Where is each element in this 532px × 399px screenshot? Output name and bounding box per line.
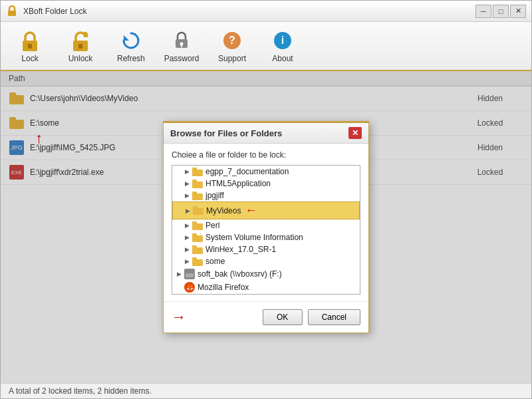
svg-rect-2 [28, 44, 32, 49]
tree-expander[interactable]: ▶ [183, 221, 191, 229]
svg-rect-13 [186, 273, 194, 277]
close-button[interactable]: ✕ [510, 5, 526, 18]
lock-button[interactable]: Lock [6, 25, 54, 67]
about-label: About [272, 54, 293, 63]
tree-folder-icon [192, 257, 203, 266]
unlock-button[interactable]: Unlock [57, 25, 104, 67]
tree-folder-icon [192, 192, 203, 200]
browse-dialog: Browse for Files or Folders ✕ Choiee a f… [163, 121, 369, 333]
unlock-icon [68, 29, 92, 53]
dialog-title-bar: Browse for Files or Folders ✕ [164, 123, 368, 144]
tree-item[interactable]: ▶ Perl [172, 219, 360, 231]
svg-text:?: ? [229, 35, 235, 46]
tree-item[interactable]: ▶ soft_bak (\\vboxsrv) (F:) [172, 267, 360, 281]
firefox-icon: 🦊 [184, 282, 195, 293]
app-icon [6, 5, 19, 18]
ok-button[interactable]: OK [263, 309, 303, 325]
myvideo-arrow: ← [245, 203, 257, 217]
svg-text:i: i [281, 35, 284, 46]
tree-expander[interactable]: ▶ [183, 180, 191, 188]
svg-marker-5 [124, 35, 129, 41]
status-bar: A total of 2 locked items, 2 hidden item… [1, 383, 531, 398]
window-title: XBoft Folder Lock [23, 7, 475, 16]
tree-folder-icon [192, 180, 203, 188]
modal-overlay: Browse for Files or Folders ✕ Choiee a f… [1, 71, 531, 383]
main-content: ↑ Path C:\Users\john\Videos\MyVideo Hidd… [1, 71, 531, 383]
dialog-close-button[interactable]: ✕ [348, 127, 362, 139]
file-tree[interactable]: ▶ egpp_7_documentation ▶ [172, 165, 360, 295]
tree-expander[interactable]: ▶ [175, 270, 183, 278]
tree-expander[interactable]: ▶ [184, 207, 192, 215]
tree-item[interactable]: ▶ egpp_7_documentation [172, 166, 360, 178]
password-button[interactable]: Password [158, 25, 205, 67]
dialog-body: Choiee a file or folder to be lock: ▶ eg… [164, 144, 368, 301]
tree-expander[interactable]: ▶ [183, 245, 191, 253]
svg-rect-14 [187, 271, 192, 273]
tree-item[interactable]: ▶ System Volume Information [172, 231, 360, 243]
tree-item-selected[interactable]: ▶ MyVideos ← [172, 201, 360, 219]
dialog-instruction: Choiee a file or folder to be lock: [172, 150, 360, 160]
title-bar: XBoft Folder Lock ─ □ ✕ [1, 1, 531, 22]
tree-folder-icon [193, 206, 203, 215]
tree-expander[interactable]: ▶ [183, 257, 191, 265]
password-icon [170, 29, 194, 53]
refresh-button[interactable]: Refresh [107, 25, 155, 67]
refresh-label: Refresh [117, 54, 145, 63]
refresh-icon [119, 29, 143, 53]
tree-item-label: MyVideos [206, 206, 241, 215]
tree-item[interactable]: ▶ X XSoft Data Recovery [172, 294, 360, 295]
minimize-button[interactable]: ─ [475, 5, 491, 18]
tree-item-label: System Volume Information [205, 233, 303, 242]
tree-item[interactable]: ▶ 🦊 Mozilla Firefox [172, 281, 360, 294]
window-controls: ─ □ ✕ [475, 5, 526, 18]
tree-item[interactable]: ▶ WinHex_17.0_SR-1 [172, 243, 360, 255]
svg-rect-0 [8, 11, 16, 16]
svg-rect-8 [181, 45, 182, 47]
tree-item-label: Perl [205, 221, 219, 230]
maximize-button[interactable]: □ [493, 5, 509, 18]
tree-expander[interactable]: ▶ [183, 168, 191, 176]
support-icon: ? [220, 29, 244, 53]
tree-item-label: soft_bak (\\vboxsrv) (F:) [198, 269, 282, 279]
tree-item-label: some [205, 257, 225, 266]
tree-item[interactable]: ▶ HTML5Application [172, 178, 360, 190]
tree-item-label: egpp_7_documentation [205, 167, 289, 176]
tree-folder-icon [192, 233, 203, 242]
tree-expander[interactable]: ▶ [183, 192, 191, 200]
tree-folder-icon [192, 245, 203, 254]
password-label: Password [164, 54, 200, 63]
dialog-footer: → OK Cancel [164, 301, 368, 332]
about-icon: i [271, 29, 295, 53]
lock-icon [18, 29, 42, 53]
tree-folder-icon [192, 221, 203, 230]
support-label: Support [218, 54, 246, 63]
tree-item-label: WinHex_17.0_SR-1 [205, 245, 276, 254]
unlock-label: Unlock [68, 54, 93, 63]
main-window: XBoft Folder Lock ─ □ ✕ Lock [0, 0, 532, 399]
tree-item-label: jpgjiff [205, 191, 224, 200]
tree-item-label: Mozilla Firefox [198, 283, 249, 292]
tree-folder-icon [192, 168, 203, 176]
toolbar: Lock Unlock Ref [1, 22, 531, 71]
svg-rect-4 [78, 44, 82, 49]
support-button[interactable]: ? Support [208, 25, 256, 67]
about-button[interactable]: i About [259, 25, 307, 67]
tree-item-label: HTML5Application [205, 179, 271, 188]
tree-item[interactable]: ▶ some [172, 255, 360, 267]
tree-item[interactable]: ▶ jpgjiff [172, 190, 360, 201]
tree-expander[interactable]: ▶ [183, 233, 191, 241]
status-text: A total of 2 locked items, 2 hidden item… [9, 386, 152, 396]
dialog-title: Browse for Files or Folders [170, 128, 348, 138]
cancel-button[interactable]: Cancel [308, 309, 360, 325]
dialog-ok-arrow: → [172, 309, 186, 326]
network-drive-icon [184, 269, 195, 279]
lock-label: Lock [21, 54, 38, 63]
